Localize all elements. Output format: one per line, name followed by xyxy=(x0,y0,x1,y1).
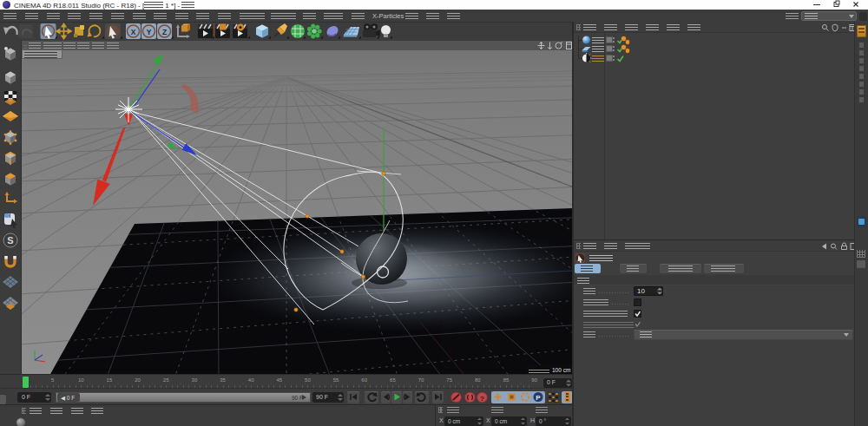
svg-text:X: X xyxy=(131,28,136,36)
svg-text:?: ? xyxy=(480,395,484,403)
svg-text:Z: Z xyxy=(162,28,167,36)
svg-text:S: S xyxy=(7,235,13,246)
svg-text:Y: Y xyxy=(147,28,152,36)
svg-text:P: P xyxy=(536,394,541,402)
